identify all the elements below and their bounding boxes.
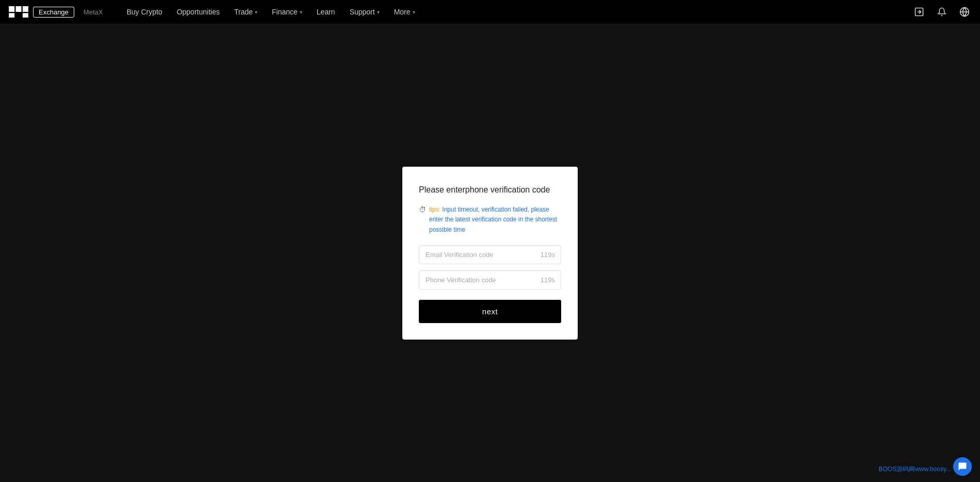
logo-area: Exchange MetaX bbox=[8, 5, 108, 19]
phone-input-group: 119s bbox=[419, 270, 561, 290]
next-button[interactable]: next bbox=[419, 300, 561, 323]
phone-countdown: 119s bbox=[541, 276, 555, 284]
email-verification-input[interactable] bbox=[419, 245, 561, 264]
svg-rect-0 bbox=[9, 6, 14, 12]
support-chevron-icon: ▾ bbox=[377, 9, 380, 15]
modal-title: Please enterphone verification code bbox=[419, 185, 561, 195]
logo-icon[interactable] bbox=[8, 5, 29, 19]
email-input-group: 119s bbox=[419, 245, 561, 264]
svg-rect-3 bbox=[9, 13, 14, 18]
nav-buy-crypto[interactable]: Buy Crypto bbox=[120, 6, 168, 18]
globe-icon[interactable] bbox=[957, 5, 972, 19]
nav-support[interactable]: Support ▾ bbox=[344, 6, 386, 18]
warning-icon: ⏱ bbox=[419, 205, 426, 214]
navbar: Exchange MetaX Buy Crypto Opportunities … bbox=[0, 0, 980, 24]
nav-opportunities[interactable]: Opportunities bbox=[171, 6, 226, 18]
nav-right bbox=[912, 5, 972, 19]
download-icon[interactable] bbox=[912, 5, 926, 19]
tips-body: Input timeout, verification failed, plea… bbox=[429, 206, 557, 233]
more-chevron-icon: ▾ bbox=[413, 9, 415, 15]
svg-rect-4 bbox=[23, 13, 28, 18]
tab-exchange[interactable]: Exchange bbox=[33, 7, 74, 18]
modal-card: Please enterphone verification code ⏱ ti… bbox=[402, 167, 578, 340]
chat-bubble-icon[interactable] bbox=[953, 457, 972, 476]
nav-more[interactable]: More ▾ bbox=[388, 6, 421, 18]
nav-learn[interactable]: Learn bbox=[311, 6, 341, 18]
bell-icon[interactable] bbox=[935, 5, 949, 19]
finance-chevron-icon: ▾ bbox=[300, 9, 302, 15]
main-content: Please enterphone verification code ⏱ ti… bbox=[0, 24, 980, 482]
svg-rect-2 bbox=[23, 6, 28, 12]
tab-metax[interactable]: MetaX bbox=[78, 7, 108, 17]
nav-trade[interactable]: Trade ▾ bbox=[228, 6, 264, 18]
tips-box: ⏱ tips: Input timeout, verification fail… bbox=[419, 205, 561, 235]
svg-rect-1 bbox=[16, 6, 22, 12]
tips-text: tips: Input timeout, verification failed… bbox=[429, 205, 561, 235]
watermark: BOOS源码网www.boosy... bbox=[879, 465, 951, 474]
trade-chevron-icon: ▾ bbox=[255, 9, 257, 15]
email-countdown: 119s bbox=[541, 251, 555, 259]
phone-verification-input[interactable] bbox=[419, 270, 561, 290]
nav-links: Buy Crypto Opportunities Trade ▾ Finance… bbox=[120, 6, 912, 18]
nav-finance[interactable]: Finance ▾ bbox=[266, 6, 308, 18]
tips-label: tips: bbox=[429, 206, 440, 213]
